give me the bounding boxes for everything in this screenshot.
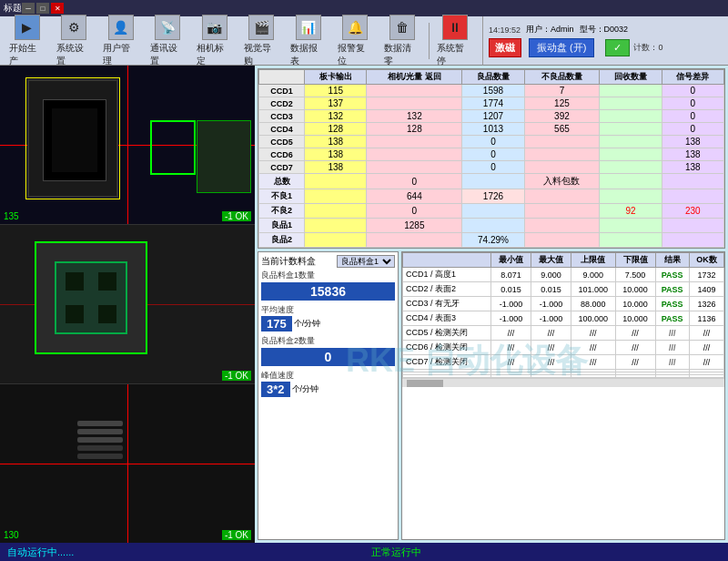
- stats-row-id: CCD1: [259, 85, 305, 97]
- meas-max: ///: [531, 341, 571, 355]
- stats-col5: [600, 233, 662, 248]
- stats-col5: [600, 123, 662, 136]
- toolbar-video[interactable]: 🎬 视觉导购: [238, 13, 286, 69]
- meas-col-max: 最大值: [531, 253, 571, 268]
- toolbar-start-label: 开始生产: [9, 42, 46, 67]
- meas-min: ///: [491, 341, 531, 355]
- meas-upper: 101.000: [571, 282, 615, 297]
- stats-col6: [662, 189, 723, 204]
- meas-min: -1.000: [491, 311, 531, 326]
- toolbar-settings[interactable]: ⚙ 系统设置: [51, 13, 98, 69]
- meas-upper: 9.000: [571, 268, 615, 282]
- camera-panel: 135 -1 OK -1 OK: [0, 66, 255, 543]
- meas-scrollbar-thumb[interactable]: [407, 380, 443, 387]
- stats-col1: 128: [305, 123, 367, 136]
- meas-scrollbar[interactable]: [402, 378, 724, 387]
- meas-min: 8.071: [491, 268, 531, 282]
- speed-avg-value: 175: [261, 316, 292, 332]
- col-header-good: 良品数量: [462, 70, 524, 85]
- toolbar-camera[interactable]: 📷 相机标定: [191, 13, 238, 69]
- cam1-label: 135: [4, 211, 19, 221]
- toolbar-start[interactable]: ▶ 开始生产: [4, 13, 51, 69]
- video-icon: 🎬: [248, 15, 274, 40]
- count-panel: 当前计数料盒 良品料盒1 良品料盒2 良品料盒1数量 15836 平均速度 17…: [258, 251, 399, 540]
- toolbar-users[interactable]: 👤 用户管理: [97, 13, 145, 69]
- stats-row-id: 良品2: [259, 233, 305, 248]
- meas-name: CCD1 / 高度1: [403, 268, 491, 282]
- vibrate-button[interactable]: 激磁: [489, 38, 521, 57]
- stats-col3: 0: [462, 161, 524, 174]
- stats-col2: [367, 97, 462, 110]
- report-icon: 📊: [296, 15, 321, 40]
- camera-view-2: -1 OK: [0, 225, 255, 384]
- col-header-id: [259, 70, 305, 85]
- alarm-icon: 🔔: [342, 15, 368, 40]
- stats-col6: 138: [662, 148, 723, 161]
- meas-col-upper: 上限值: [571, 253, 615, 268]
- meas-max: ///: [531, 355, 571, 370]
- count1-label: 良品料盒1数量: [261, 270, 395, 281]
- stats-col2: [367, 85, 462, 97]
- stats-row-id: 总数: [259, 174, 305, 189]
- toolbar-comm-label: 通讯设置: [150, 42, 187, 67]
- stats-col2: [367, 233, 462, 248]
- meas-result: ///: [655, 326, 689, 341]
- stats-col3: [462, 219, 524, 233]
- stats-row-id: CCD6: [259, 148, 305, 161]
- stats-row-id: 不良1: [259, 189, 305, 204]
- meas-name: CCD2 / 表面2: [403, 282, 491, 297]
- stats-col3: 1598: [462, 85, 524, 97]
- toolbar-clear[interactable]: 🗑 数据清零: [379, 13, 426, 69]
- stats-col4: [524, 219, 600, 233]
- stats-col5: [600, 136, 662, 148]
- col-header-recycle: 回收数量: [600, 70, 662, 85]
- stats-col5: 92: [600, 204, 662, 219]
- stats-col4: 125: [524, 97, 600, 110]
- cam3-label: 130: [4, 530, 19, 540]
- stats-col5: [600, 161, 662, 174]
- crosshair-v-3: [127, 384, 128, 543]
- meas-result: PASS: [655, 268, 689, 282]
- detect-rect-2: [35, 241, 147, 354]
- meas-min: 0.015: [491, 282, 531, 297]
- toolbar-report2[interactable]: 🔔 报警复位: [332, 13, 379, 69]
- stats-col3: 74.29%: [462, 233, 524, 248]
- stats-col1: [305, 233, 367, 248]
- meas-lower: 10.000: [615, 297, 655, 311]
- stats-col1: [305, 204, 367, 219]
- stats-col2: 0: [367, 174, 462, 189]
- meas-lower: ///: [615, 341, 655, 355]
- toolbar-os[interactable]: ⏸ 系统暂停: [431, 13, 479, 69]
- os-icon: ⏸: [442, 15, 468, 40]
- toolbar-report[interactable]: 📊 数据报表: [285, 13, 332, 69]
- stats-col6: 138: [662, 161, 723, 174]
- stats-col2: 1285: [367, 219, 462, 233]
- stats-col1: [305, 174, 367, 189]
- meas-ok: 1136: [689, 311, 723, 326]
- meas-ok: 1326: [689, 297, 723, 311]
- users-icon: 👤: [108, 15, 134, 40]
- stats-col2: [367, 148, 462, 161]
- stats-col4: [524, 161, 600, 174]
- toolbar-comm[interactable]: 📡 通讯设置: [145, 13, 192, 69]
- meas-name: CCD3 / 有无牙: [403, 297, 491, 311]
- stats-col5: [600, 148, 662, 161]
- stats-row-id: CCD3: [259, 110, 305, 123]
- stats-col2: 128: [367, 123, 462, 136]
- stats-col6: 230: [662, 204, 723, 219]
- stats-row-id: CCD2: [259, 97, 305, 110]
- meas-lower: ///: [615, 355, 655, 370]
- crosshair-v-1: [127, 66, 128, 224]
- bottom-section: 当前计数料盒 良品料盒1 良品料盒2 良品料盒1数量 15836 平均速度 17…: [258, 251, 725, 540]
- meas-upper: 100.000: [571, 311, 615, 326]
- meas-max: 0.015: [531, 282, 571, 297]
- stats-row-id: 不良2: [259, 204, 305, 219]
- stats-table-wrapper: 板卡输出 相机/光量 返回 良品数量 不良品数量 回收数量 信号差异 CCD1 …: [258, 68, 725, 249]
- vibrate2-button[interactable]: 振动盘 (开): [529, 38, 594, 57]
- stats-col2: 644: [367, 189, 462, 204]
- current-box-select[interactable]: 良品料盒1 良品料盒2: [337, 255, 395, 268]
- meas-col-lower: 下限值: [615, 253, 655, 268]
- check-button[interactable]: ✓: [605, 39, 630, 56]
- meas-name: CCD6 / 检测关闭: [403, 341, 491, 355]
- speed-unit: 个/分钟: [294, 318, 321, 330]
